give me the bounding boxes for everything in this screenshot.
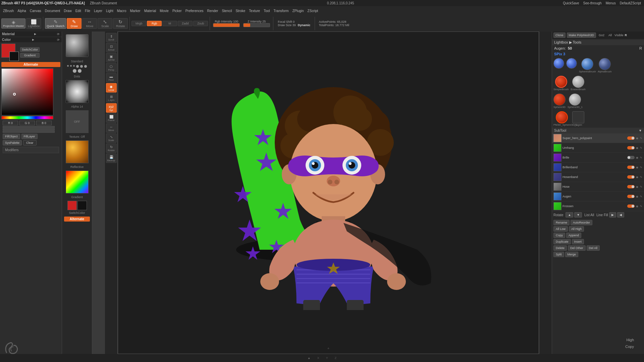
- copy-btn[interactable]: Copy: [553, 233, 565, 238]
- g-bar[interactable]: [3, 128, 55, 130]
- menu-layer[interactable]: Layer: [92, 9, 104, 13]
- frame-btn[interactable]: ⬜ Frame: [106, 113, 117, 123]
- sys-palette-btn[interactable]: SysPalette: [3, 140, 22, 145]
- scale-btn[interactable]: ⤡ Scale: [98, 18, 112, 29]
- append-btn[interactable]: Append: [566, 233, 581, 238]
- mrgb-btn[interactable]: Mrgb: [131, 21, 146, 26]
- menu-item-document[interactable]: ZBrush Document: [88, 1, 119, 5]
- subtool-action-2a[interactable]: ◉: [636, 146, 639, 149]
- rotate-btn[interactable]: ↻ Rotate: [113, 18, 128, 29]
- local-btn[interactable]: ◉ Local: [106, 83, 117, 93]
- menus-btn[interactable]: Menus: [604, 1, 618, 5]
- floor-btn[interactable]: ▬ Floor: [106, 73, 117, 82]
- fill-layer-btn[interactable]: FillLayer: [21, 134, 38, 139]
- subtool-item-2[interactable]: Umhang ◉ ✎: [552, 143, 644, 153]
- del-other-btn[interactable]: Del Other: [568, 245, 586, 251]
- subtool-toggle-4[interactable]: [627, 166, 635, 169]
- subtool-action-2b[interactable]: ✎: [640, 146, 643, 149]
- subtool-item-3[interactable]: Brille ◉ ✎: [552, 153, 644, 163]
- subtool-action-3b[interactable]: ✎: [640, 156, 643, 159]
- subtool-toggle-3[interactable]: [627, 156, 635, 159]
- default-script-btn[interactable]: DefaultZScript: [618, 1, 643, 5]
- menu-alpha[interactable]: Alpha: [16, 9, 28, 13]
- subtool-action-7a[interactable]: ◉: [636, 195, 639, 198]
- all-high-btn[interactable]: All High: [569, 226, 584, 232]
- projection-master-btn[interactable]: ◈ Projection Master: [1, 18, 25, 29]
- duplicate-btn[interactable]: Duplicate: [553, 239, 571, 244]
- brush-texture-thumbnail[interactable]: OFF: [66, 110, 89, 133]
- subtool-item-4[interactable]: Brillenband ◉ ✎: [552, 163, 644, 172]
- all-low-btn[interactable]: All Low: [553, 226, 568, 232]
- switch-color-btn[interactable]: SwitchColor: [20, 47, 40, 52]
- del-all-btn[interactable]: Del All: [587, 245, 600, 251]
- subtool-item-8[interactable]: Frossen ◉ ✎: [552, 201, 644, 211]
- subtool-action-4b[interactable]: ✎: [640, 166, 643, 169]
- scroll-btn[interactable]: ⇕ Scroll: [106, 33, 117, 42]
- eye-sphere-2[interactable]: [566, 58, 577, 73]
- fill-object-btn[interactable]: FillObject: [3, 134, 20, 139]
- seethrough-btn[interactable]: See-through: [582, 1, 603, 5]
- menu-macro[interactable]: Macro: [115, 9, 128, 13]
- menu-picker[interactable]: Picker: [171, 9, 183, 13]
- brush-gradient-thumbnail[interactable]: [66, 171, 89, 193]
- z-intensity-slider[interactable]: [243, 23, 270, 27]
- insert-btn[interactable]: Insert: [572, 239, 584, 244]
- quicksave-btn[interactable]: QuickSave: [561, 1, 581, 5]
- menu-zscript[interactable]: ZScript: [306, 9, 320, 13]
- menu-draw[interactable]: Draw: [62, 9, 73, 13]
- menu-zbrush[interactable]: ZBrush: [1, 9, 15, 13]
- auto-reorder-btn[interactable]: AutoReorder: [571, 220, 592, 225]
- subtool-item-7[interactable]: Augen ◉ ✎: [552, 192, 644, 201]
- menu-zplugin[interactable]: ZPlugin: [291, 9, 306, 13]
- move-btn[interactable]: ↔ Move: [82, 18, 97, 29]
- actual-btn[interactable]: ⊡ Actual: [106, 43, 117, 52]
- persp-btn[interactable]: ⬠ Persp: [106, 63, 117, 72]
- scale-strip-btn[interactable]: ⤡ Scale: [106, 133, 117, 143]
- clone-btn[interactable]: Clone: [553, 33, 566, 38]
- subtool-toggle-8[interactable]: [627, 204, 635, 208]
- m-btn[interactable]: M: [162, 21, 177, 26]
- subtool-action-5b[interactable]: ✎: [640, 176, 643, 179]
- rename-btn[interactable]: Rename: [553, 220, 570, 225]
- rotate-down-btn[interactable]: ▼: [574, 212, 582, 218]
- laym-btn[interactable]: ⊞ L.aym: [106, 93, 117, 103]
- subtool-toggle-1[interactable]: [627, 136, 635, 140]
- subtool-toggle-5[interactable]: [627, 175, 635, 179]
- quick-sketch-btn[interactable]: ✎ Quick Sketch: [45, 18, 66, 29]
- hue-slider[interactable]: [1, 116, 53, 119]
- subtool-item-5[interactable]: Hosenband ◉ ✎: [552, 172, 644, 182]
- subtool-toggle-7[interactable]: [627, 195, 635, 198]
- augen-item[interactable]: Augen: [572, 111, 584, 126]
- merge-btn[interactable]: Merge: [565, 252, 579, 257]
- menu-document[interactable]: Document: [43, 9, 62, 13]
- alternate-2-btn[interactable]: Alternate: [64, 217, 90, 222]
- subtool-toggle-6[interactable]: [627, 185, 635, 188]
- menu-stencil[interactable]: Stencil: [220, 9, 233, 13]
- menu-edit[interactable]: Edit: [74, 9, 83, 13]
- menu-render[interactable]: Render: [206, 9, 220, 13]
- brush-alpha-thumbnail[interactable]: [66, 80, 89, 103]
- alternate-btn[interactable]: Alternate: [1, 62, 60, 67]
- subtool-action-8a[interactable]: ◉: [636, 205, 639, 208]
- switch-color-swatch-1[interactable]: [67, 201, 77, 210]
- zsub-btn[interactable]: Zsub: [193, 21, 208, 26]
- rgb-btn[interactable]: Rgb: [147, 21, 162, 26]
- switch-color-swatch-2[interactable]: [77, 201, 87, 210]
- r-btn-right[interactable]: R: [639, 46, 642, 50]
- rotate-strip-btn[interactable]: ↻ Rotate: [106, 143, 117, 153]
- subtool-action-1b[interactable]: ✎: [640, 137, 643, 140]
- subtool-action-6b[interactable]: ✎: [640, 185, 643, 188]
- eye-sphere-1[interactable]: [553, 58, 564, 73]
- r-input[interactable]: [3, 121, 18, 125]
- menu-movie[interactable]: Movie: [158, 9, 170, 13]
- sphere3d-item[interactable]: Sphere3D: [553, 94, 566, 109]
- clear-btn[interactable]: Clear: [23, 140, 37, 145]
- pm3d-sphere-item[interactable]: PM3D_Sphere3D_1: [553, 111, 570, 126]
- split-btn[interactable]: Split: [553, 252, 564, 257]
- spheres-brush-item[interactable]: SpheresBrush: [579, 58, 596, 73]
- line-fill-right-btn[interactable]: ▶: [609, 212, 616, 218]
- secondary-color-swatch[interactable]: [9, 52, 19, 61]
- move-strip-btn[interactable]: ↔ Move: [106, 123, 117, 133]
- sphere3d-1-item[interactable]: Sphere3D_1: [568, 94, 583, 109]
- subtool-toggle-2[interactable]: [627, 146, 635, 149]
